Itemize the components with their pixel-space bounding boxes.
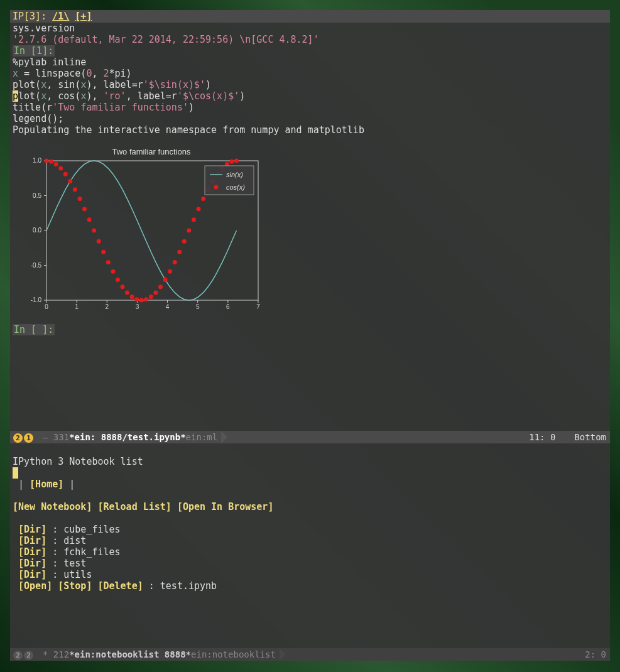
cell-1[interactable]: In [1]: %pylab inline x = linspace(0, 2*… bbox=[10, 45, 610, 136]
nblist-title: IPython 3 Notebook list bbox=[13, 456, 143, 467]
svg-point-72 bbox=[214, 185, 219, 190]
dir-link[interactable]: [Dir] bbox=[18, 524, 46, 535]
svg-point-48 bbox=[139, 298, 144, 303]
svg-point-30 bbox=[54, 162, 58, 166]
dir-link[interactable]: [Dir] bbox=[18, 535, 46, 546]
notebook-buffer: IP[3]: /1\ [+] sys.version '2.7.6 (defau… bbox=[10, 10, 610, 431]
svg-point-55 bbox=[173, 260, 177, 264]
svg-point-50 bbox=[149, 295, 153, 299]
svg-text:0.5: 0.5 bbox=[33, 192, 41, 199]
home-link[interactable]: [Home] bbox=[30, 479, 63, 490]
svg-text:0: 0 bbox=[45, 303, 48, 310]
in-prompt-1: In [1]: bbox=[13, 45, 55, 57]
chart-output: Two familiar functions 01234567-1.0-0.50… bbox=[10, 142, 610, 320]
svg-text:5: 5 bbox=[196, 303, 200, 310]
svg-point-46 bbox=[130, 295, 134, 299]
svg-point-38 bbox=[92, 229, 96, 233]
stop-notebook-button[interactable]: [Stop] bbox=[58, 580, 92, 592]
buffer-name: *ein: 8888/test.ipynb* bbox=[69, 431, 185, 443]
in-prompt-empty: In [ ]: bbox=[13, 324, 55, 335]
svg-point-35 bbox=[78, 197, 82, 201]
svg-text:cos(x): cos(x) bbox=[226, 183, 245, 191]
notebooklist-buffer: IPython 3 Notebook list | [Home] | [New … bbox=[10, 443, 610, 648]
svg-point-68 bbox=[234, 159, 239, 163]
svg-point-36 bbox=[82, 207, 87, 211]
svg-text:7: 7 bbox=[256, 303, 260, 310]
svg-point-41 bbox=[106, 260, 111, 264]
window-num-icon: 2 bbox=[13, 433, 23, 443]
new-notebook-button[interactable]: [New Notebook] bbox=[13, 501, 92, 512]
svg-point-40 bbox=[101, 250, 106, 254]
svg-point-54 bbox=[168, 269, 172, 274]
dir-name[interactable]: cube_files bbox=[63, 524, 120, 535]
dir-name[interactable]: test bbox=[63, 558, 86, 569]
cell-output-0: sys.version '2.7.6 (default, Mar 22 2014… bbox=[10, 23, 610, 45]
svg-point-58 bbox=[187, 229, 191, 233]
svg-point-34 bbox=[73, 187, 77, 192]
dir-name[interactable]: dist bbox=[63, 535, 86, 546]
svg-text:1: 1 bbox=[75, 303, 79, 310]
open-notebook-button[interactable]: [Open] bbox=[18, 580, 52, 592]
add-cell-button[interactable]: [+] bbox=[75, 11, 92, 22]
svg-point-47 bbox=[134, 297, 139, 301]
svg-text:1.0: 1.0 bbox=[33, 157, 41, 164]
svg-text:Two familiar functions: Two familiar functions bbox=[112, 147, 191, 156]
modeline-top: 21 — 331 *ein: 8888/test.ipynb* ein:ml 1… bbox=[10, 431, 610, 443]
modeline-bottom: 22 * 212 *ein:notebooklist 8888* ein:not… bbox=[10, 648, 610, 661]
svg-point-67 bbox=[229, 160, 234, 164]
svg-point-49 bbox=[144, 297, 148, 301]
svg-point-42 bbox=[111, 269, 115, 274]
svg-point-57 bbox=[182, 239, 187, 244]
svg-point-59 bbox=[192, 217, 196, 222]
svg-text:0.0: 0.0 bbox=[33, 227, 41, 234]
svg-point-51 bbox=[153, 290, 158, 295]
svg-point-56 bbox=[177, 250, 182, 254]
dir-link[interactable]: [Dir] bbox=[18, 546, 46, 558]
header-line: IP[3]: /1\ [+] bbox=[10, 10, 610, 23]
svg-point-39 bbox=[97, 239, 101, 244]
open-in-browser-button[interactable]: [Open In Browser] bbox=[177, 501, 274, 512]
svg-point-29 bbox=[49, 160, 53, 164]
svg-point-43 bbox=[116, 278, 120, 282]
cursor-bottom bbox=[13, 467, 18, 479]
dir-link[interactable]: [Dir] bbox=[18, 558, 46, 569]
buffer-name-bottom: *ein:notebooklist 8888* bbox=[69, 648, 191, 661]
dir-name[interactable]: fchk_files bbox=[63, 546, 120, 558]
dir-link[interactable]: [Dir] bbox=[18, 569, 46, 580]
svg-point-37 bbox=[87, 217, 92, 222]
delete-notebook-button[interactable]: [Delete] bbox=[97, 580, 143, 592]
svg-text:-1.0: -1.0 bbox=[31, 296, 42, 303]
cursor: p bbox=[13, 90, 18, 102]
dir-name[interactable]: utils bbox=[63, 569, 92, 580]
kernel-indicator[interactable]: /1\ bbox=[52, 11, 69, 22]
svg-point-60 bbox=[197, 207, 201, 211]
reload-list-button[interactable]: [Reload List] bbox=[97, 501, 171, 512]
svg-point-61 bbox=[201, 197, 205, 201]
svg-text:2: 2 bbox=[106, 303, 109, 310]
svg-text:-0.5: -0.5 bbox=[31, 262, 42, 269]
svg-point-53 bbox=[163, 278, 168, 282]
svg-text:4: 4 bbox=[166, 303, 170, 310]
notebook-file[interactable]: test.ipynb bbox=[160, 580, 217, 592]
svg-point-28 bbox=[45, 159, 49, 163]
svg-point-45 bbox=[125, 290, 129, 295]
svg-point-32 bbox=[63, 172, 68, 176]
cell-2[interactable]: In [ ]: bbox=[10, 324, 610, 347]
svg-text:6: 6 bbox=[226, 303, 230, 310]
svg-point-44 bbox=[121, 285, 125, 289]
svg-point-31 bbox=[58, 166, 63, 171]
svg-text:sin(x): sin(x) bbox=[226, 171, 243, 178]
svg-point-33 bbox=[68, 179, 72, 183]
svg-point-52 bbox=[158, 285, 163, 289]
svg-text:3: 3 bbox=[136, 303, 139, 310]
